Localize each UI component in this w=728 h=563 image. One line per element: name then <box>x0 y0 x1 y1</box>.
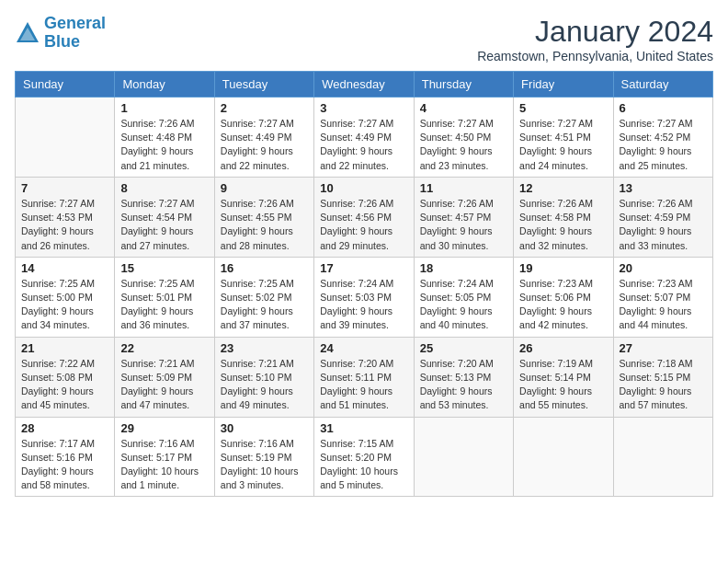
weekday-header-wednesday: Wednesday <box>314 72 414 98</box>
logo-line1: General <box>44 14 106 32</box>
day-number: 17 <box>320 261 407 275</box>
location: Reamstown, Pennsylvania, United States <box>477 49 713 63</box>
day-info: Sunrise: 7:24 AMSunset: 5:05 PMDaylight:… <box>420 277 507 333</box>
calendar-cell: 18Sunrise: 7:24 AMSunset: 5:05 PMDayligh… <box>414 257 513 337</box>
calendar-cell: 13Sunrise: 7:26 AMSunset: 4:59 PMDayligh… <box>613 177 712 257</box>
weekday-header-thursday: Thursday <box>414 72 513 98</box>
weekday-header-friday: Friday <box>514 72 613 98</box>
calendar-cell: 19Sunrise: 7:23 AMSunset: 5:06 PMDayligh… <box>514 257 613 337</box>
day-number: 8 <box>120 181 208 195</box>
day-number: 30 <box>221 421 308 435</box>
day-number: 6 <box>620 101 707 115</box>
day-number: 14 <box>21 261 108 275</box>
day-info: Sunrise: 7:20 AMSunset: 5:13 PMDaylight:… <box>420 357 507 413</box>
day-info: Sunrise: 7:17 AMSunset: 5:16 PMDaylight:… <box>21 437 108 493</box>
day-info: Sunrise: 7:25 AMSunset: 5:01 PMDaylight:… <box>120 277 208 333</box>
day-number: 26 <box>519 341 607 355</box>
day-number: 5 <box>519 101 607 115</box>
day-info: Sunrise: 7:16 AMSunset: 5:19 PMDaylight:… <box>221 437 308 493</box>
calendar-cell: 15Sunrise: 7:25 AMSunset: 5:01 PMDayligh… <box>115 257 214 337</box>
day-info: Sunrise: 7:27 AMSunset: 4:50 PMDaylight:… <box>420 117 507 173</box>
calendar-cell: 5Sunrise: 7:27 AMSunset: 4:51 PMDaylight… <box>514 98 613 178</box>
title-block: January 2024 Reamstown, Pennsylvania, Un… <box>477 15 713 63</box>
calendar-cell: 21Sunrise: 7:22 AMSunset: 5:08 PMDayligh… <box>16 337 115 417</box>
weekday-header-saturday: Saturday <box>613 72 712 98</box>
calendar-cell: 14Sunrise: 7:25 AMSunset: 5:00 PMDayligh… <box>16 257 115 337</box>
day-number: 9 <box>221 181 308 195</box>
day-number: 15 <box>120 261 208 275</box>
calendar-cell: 10Sunrise: 7:26 AMSunset: 4:56 PMDayligh… <box>314 177 414 257</box>
calendar-cell <box>414 417 513 497</box>
day-info: Sunrise: 7:24 AMSunset: 5:03 PMDaylight:… <box>320 277 407 333</box>
calendar-week-1: 1Sunrise: 7:26 AMSunset: 4:48 PMDaylight… <box>16 98 713 178</box>
day-number: 20 <box>620 261 707 275</box>
day-info: Sunrise: 7:23 AMSunset: 5:06 PMDaylight:… <box>519 277 607 333</box>
day-number: 4 <box>420 101 507 115</box>
weekday-header-sunday: Sunday <box>16 72 115 98</box>
calendar-cell: 16Sunrise: 7:25 AMSunset: 5:02 PMDayligh… <box>214 257 313 337</box>
day-number: 19 <box>519 261 607 275</box>
day-info: Sunrise: 7:27 AMSunset: 4:53 PMDaylight:… <box>21 197 108 253</box>
calendar-week-4: 21Sunrise: 7:22 AMSunset: 5:08 PMDayligh… <box>16 337 713 417</box>
logo-line2: Blue <box>44 32 80 51</box>
calendar-cell: 3Sunrise: 7:27 AMSunset: 4:49 PMDaylight… <box>314 98 414 178</box>
day-info: Sunrise: 7:21 AMSunset: 5:10 PMDaylight:… <box>221 357 308 413</box>
calendar-cell: 4Sunrise: 7:27 AMSunset: 4:50 PMDaylight… <box>414 98 513 178</box>
day-number: 10 <box>320 181 407 195</box>
weekday-header-tuesday: Tuesday <box>214 72 313 98</box>
calendar-cell: 7Sunrise: 7:27 AMSunset: 4:53 PMDaylight… <box>16 177 115 257</box>
month-title: January 2024 <box>477 15 713 49</box>
calendar-table: SundayMondayTuesdayWednesdayThursdayFrid… <box>15 71 713 497</box>
day-number: 12 <box>519 181 607 195</box>
day-number: 16 <box>221 261 308 275</box>
calendar-cell: 17Sunrise: 7:24 AMSunset: 5:03 PMDayligh… <box>314 257 414 337</box>
calendar-cell: 2Sunrise: 7:27 AMSunset: 4:49 PMDaylight… <box>214 98 313 178</box>
logo: General Blue <box>15 15 106 52</box>
day-info: Sunrise: 7:27 AMSunset: 4:52 PMDaylight:… <box>620 117 707 173</box>
day-number: 29 <box>120 421 208 435</box>
day-info: Sunrise: 7:25 AMSunset: 5:02 PMDaylight:… <box>221 277 308 333</box>
day-number: 23 <box>221 341 308 355</box>
logo-text: General Blue <box>44 15 106 52</box>
calendar-cell: 8Sunrise: 7:27 AMSunset: 4:54 PMDaylight… <box>115 177 214 257</box>
day-info: Sunrise: 7:26 AMSunset: 4:59 PMDaylight:… <box>620 197 707 253</box>
calendar-week-5: 28Sunrise: 7:17 AMSunset: 5:16 PMDayligh… <box>16 417 713 497</box>
day-info: Sunrise: 7:20 AMSunset: 5:11 PMDaylight:… <box>320 357 407 413</box>
calendar-cell: 30Sunrise: 7:16 AMSunset: 5:19 PMDayligh… <box>214 417 313 497</box>
weekday-header-monday: Monday <box>115 72 214 98</box>
calendar-cell: 27Sunrise: 7:18 AMSunset: 5:15 PMDayligh… <box>613 337 712 417</box>
calendar-cell: 25Sunrise: 7:20 AMSunset: 5:13 PMDayligh… <box>414 337 513 417</box>
calendar-week-2: 7Sunrise: 7:27 AMSunset: 4:53 PMDaylight… <box>16 177 713 257</box>
day-info: Sunrise: 7:26 AMSunset: 4:48 PMDaylight:… <box>120 117 208 173</box>
day-info: Sunrise: 7:15 AMSunset: 5:20 PMDaylight:… <box>320 437 407 493</box>
day-number: 2 <box>221 101 308 115</box>
day-number: 18 <box>420 261 507 275</box>
calendar-cell <box>16 98 115 178</box>
day-info: Sunrise: 7:18 AMSunset: 5:15 PMDaylight:… <box>620 357 707 413</box>
day-info: Sunrise: 7:21 AMSunset: 5:09 PMDaylight:… <box>120 357 208 413</box>
day-info: Sunrise: 7:26 AMSunset: 4:56 PMDaylight:… <box>320 197 407 253</box>
day-number: 25 <box>420 341 507 355</box>
day-info: Sunrise: 7:27 AMSunset: 4:49 PMDaylight:… <box>221 117 308 173</box>
calendar-cell <box>613 417 712 497</box>
day-info: Sunrise: 7:22 AMSunset: 5:08 PMDaylight:… <box>21 357 108 413</box>
day-number: 27 <box>620 341 707 355</box>
calendar-cell: 26Sunrise: 7:19 AMSunset: 5:14 PMDayligh… <box>514 337 613 417</box>
calendar-cell: 6Sunrise: 7:27 AMSunset: 4:52 PMDaylight… <box>613 98 712 178</box>
calendar-cell: 22Sunrise: 7:21 AMSunset: 5:09 PMDayligh… <box>115 337 214 417</box>
day-info: Sunrise: 7:27 AMSunset: 4:49 PMDaylight:… <box>320 117 407 173</box>
weekday-header-row: SundayMondayTuesdayWednesdayThursdayFrid… <box>16 72 713 98</box>
calendar-cell: 31Sunrise: 7:15 AMSunset: 5:20 PMDayligh… <box>314 417 414 497</box>
day-number: 31 <box>320 421 407 435</box>
day-info: Sunrise: 7:16 AMSunset: 5:17 PMDaylight:… <box>120 437 208 493</box>
calendar-cell: 11Sunrise: 7:26 AMSunset: 4:57 PMDayligh… <box>414 177 513 257</box>
day-info: Sunrise: 7:26 AMSunset: 4:57 PMDaylight:… <box>420 197 507 253</box>
day-number: 1 <box>120 101 208 115</box>
calendar-cell <box>514 417 613 497</box>
calendar-cell: 28Sunrise: 7:17 AMSunset: 5:16 PMDayligh… <box>16 417 115 497</box>
page-header: General Blue January 2024 Reamstown, Pen… <box>15 15 713 63</box>
day-info: Sunrise: 7:23 AMSunset: 5:07 PMDaylight:… <box>620 277 707 333</box>
day-info: Sunrise: 7:26 AMSunset: 4:58 PMDaylight:… <box>519 197 607 253</box>
logo-icon <box>15 20 40 46</box>
day-number: 28 <box>21 421 108 435</box>
